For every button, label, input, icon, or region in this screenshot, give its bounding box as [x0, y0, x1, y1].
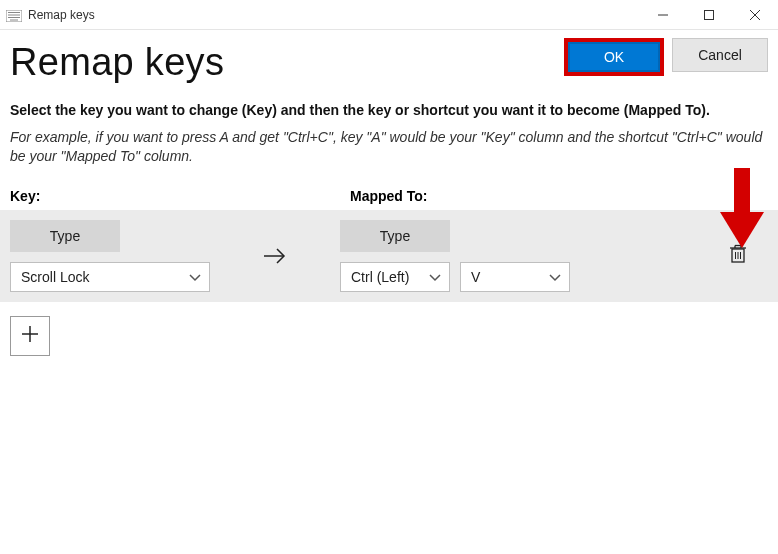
window-title: Remap keys: [28, 8, 640, 22]
header: Remap keys OK Cancel: [0, 30, 778, 84]
minimize-button[interactable]: [640, 0, 686, 30]
mapped-type-button[interactable]: Type: [340, 220, 450, 252]
mapped-key-value: V: [471, 269, 480, 285]
arrow-right-icon: [210, 246, 340, 266]
window-controls: [640, 0, 778, 30]
titlebar: Remap keys: [0, 0, 778, 30]
example-text: For example, if you want to press A and …: [10, 128, 768, 166]
mapped-key-select[interactable]: V: [460, 262, 570, 292]
key-cell: Type Scroll Lock: [0, 220, 210, 292]
plus-icon: [21, 323, 39, 349]
chevron-down-icon: [189, 269, 201, 285]
maximize-button[interactable]: [686, 0, 732, 30]
key-select-value: Scroll Lock: [21, 269, 89, 285]
add-mapping-button[interactable]: [10, 316, 50, 356]
ok-button[interactable]: OK: [568, 42, 660, 72]
key-select[interactable]: Scroll Lock: [10, 262, 210, 292]
mapped-cell: Type Ctrl (Left) V: [340, 220, 708, 292]
content: Select the key you want to change (Key) …: [0, 84, 778, 356]
close-button[interactable]: [732, 0, 778, 30]
delete-cell: [708, 244, 768, 267]
ok-button-highlight: OK: [564, 38, 664, 76]
svg-rect-6: [705, 10, 714, 19]
trash-icon[interactable]: [729, 244, 747, 267]
page-title: Remap keys: [10, 38, 224, 84]
app-icon: [6, 9, 22, 21]
mapped-column-header: Mapped To:: [350, 188, 428, 204]
instructions-text: Select the key you want to change (Key) …: [10, 102, 768, 118]
cancel-button[interactable]: Cancel: [672, 38, 768, 72]
mapped-modifier-select[interactable]: Ctrl (Left): [340, 262, 450, 292]
mapping-row: Type Scroll Lock Type Ctrl (Left): [0, 210, 778, 302]
chevron-down-icon: [429, 269, 441, 285]
mapped-modifier-value: Ctrl (Left): [351, 269, 409, 285]
chevron-down-icon: [549, 269, 561, 285]
action-buttons: OK Cancel: [564, 38, 768, 76]
add-row-container: [10, 316, 768, 356]
key-type-button[interactable]: Type: [10, 220, 120, 252]
column-headers: Key: Mapped To:: [10, 188, 768, 204]
key-column-header: Key:: [10, 188, 350, 204]
